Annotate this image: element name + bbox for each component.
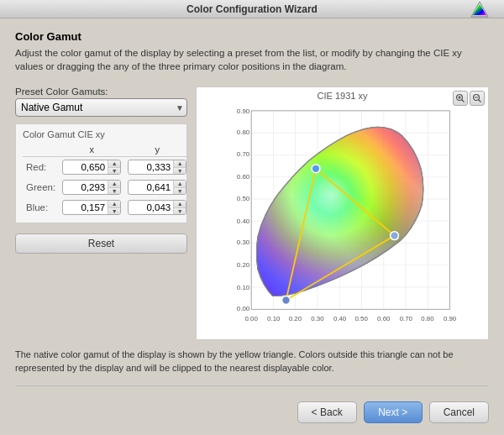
- green-label: Green:: [23, 177, 59, 197]
- green-y-down[interactable]: ▼: [174, 188, 186, 195]
- reset-button[interactable]: Reset: [15, 233, 187, 254]
- green-x-cell: 0,293 ▲ ▼: [59, 177, 124, 197]
- svg-text:0.00: 0.00: [244, 315, 258, 322]
- svg-text:0.40: 0.40: [333, 315, 347, 322]
- blue-y-down[interactable]: ▼: [174, 208, 186, 215]
- svg-text:0.70: 0.70: [237, 150, 250, 158]
- window-title: Color Configuration Wizard: [186, 3, 318, 15]
- chart-title: CIE 1931 xy: [197, 87, 488, 102]
- blue-x-up[interactable]: ▲: [108, 201, 120, 208]
- zoom-out-button[interactable]: [470, 91, 485, 106]
- title-bar: Color Configuration Wizard: [0, 0, 504, 18]
- red-x-down[interactable]: ▼: [108, 168, 120, 175]
- cie-chart-svg: 0.00 0.10 0.20 0.30 0.40 0.50 0.60 0.70 …: [197, 104, 488, 336]
- col-x-header: x: [59, 143, 124, 157]
- green-y-value: 0,641: [129, 182, 173, 192]
- blue-label: Blue:: [23, 197, 59, 218]
- red-x-cell: 0,650 ▲ ▼: [59, 157, 124, 178]
- blue-x-value: 0,157: [63, 202, 108, 212]
- svg-line-3: [462, 100, 465, 102]
- blue-x-down[interactable]: ▼: [108, 208, 120, 215]
- red-x-up[interactable]: ▲: [108, 160, 120, 168]
- cie-chart: CIE 1931 xy: [196, 86, 489, 340]
- red-y-value: 0,333: [129, 162, 173, 172]
- green-x-up[interactable]: ▲: [108, 181, 120, 188]
- svg-point-30: [282, 296, 291, 305]
- svg-text:0.10: 0.10: [267, 315, 281, 322]
- red-label: Red:: [23, 157, 59, 178]
- svg-point-29: [391, 232, 399, 240]
- table-row: Green: 0,293 ▲ ▼: [23, 177, 190, 197]
- section-title: Color Gamut: [15, 30, 470, 43]
- col-label-header: [23, 143, 59, 157]
- divider: [15, 385, 489, 386]
- blue-y-up[interactable]: ▲: [174, 201, 186, 208]
- preset-select[interactable]: Native Gamut sRGB Adobe RGB DCI-P3: [15, 98, 187, 117]
- bottom-note: The native color gamut of the display is…: [15, 349, 489, 379]
- svg-text:0.00: 0.00: [237, 305, 250, 312]
- svg-text:0.40: 0.40: [237, 218, 250, 225]
- blue-x-cell: 0,157 ▲ ▼: [59, 197, 124, 218]
- svg-point-28: [312, 165, 320, 173]
- green-y-cell: 0,641 ▲ ▼: [124, 177, 190, 197]
- green-y-up[interactable]: ▲: [174, 181, 186, 188]
- next-button[interactable]: Next >: [364, 401, 423, 423]
- blue-y-value: 0,043: [129, 202, 173, 212]
- back-button[interactable]: < Back: [297, 401, 357, 423]
- col-y-header: y: [124, 143, 190, 157]
- blue-y-cell: 0,043 ▲ ▼: [124, 197, 190, 218]
- zoom-in-button[interactable]: [453, 91, 468, 106]
- svg-line-7: [479, 100, 481, 102]
- svg-text:0.30: 0.30: [311, 315, 324, 322]
- red-y-down[interactable]: ▼: [174, 168, 186, 175]
- svg-text:0.50: 0.50: [237, 195, 250, 202]
- svg-text:0.70: 0.70: [400, 315, 413, 322]
- table-row: Blue: 0,157 ▲ ▼: [23, 197, 190, 218]
- svg-text:0.90: 0.90: [237, 107, 250, 115]
- red-y-up[interactable]: ▲: [174, 160, 186, 168]
- red-y-cell: 0,333 ▲ ▼: [124, 157, 190, 178]
- svg-text:0.20: 0.20: [237, 261, 250, 269]
- green-x-value: 0,293: [63, 182, 108, 192]
- cie-table-title: Color Gamut CIE xy: [23, 129, 180, 139]
- svg-text:0.30: 0.30: [237, 239, 250, 247]
- description: Adjust the color gamut of the display by…: [15, 46, 470, 73]
- svg-text:0.80: 0.80: [237, 129, 250, 137]
- preset-label: Preset Color Gamuts:: [15, 86, 187, 97]
- svg-text:0.90: 0.90: [444, 315, 457, 322]
- table-row: Red: 0,650 ▲ ▼: [23, 157, 190, 178]
- svg-text:0.20: 0.20: [289, 315, 302, 322]
- svg-text:0.50: 0.50: [354, 315, 368, 322]
- svg-text:0.60: 0.60: [377, 315, 391, 322]
- svg-text:0.60: 0.60: [237, 173, 250, 181]
- svg-text:0.80: 0.80: [421, 315, 434, 322]
- green-x-down[interactable]: ▼: [108, 188, 120, 195]
- red-x-value: 0,650: [63, 162, 108, 172]
- cancel-button[interactable]: Cancel: [429, 401, 489, 423]
- svg-text:0.10: 0.10: [237, 284, 250, 291]
- color-icon: [470, 0, 489, 21]
